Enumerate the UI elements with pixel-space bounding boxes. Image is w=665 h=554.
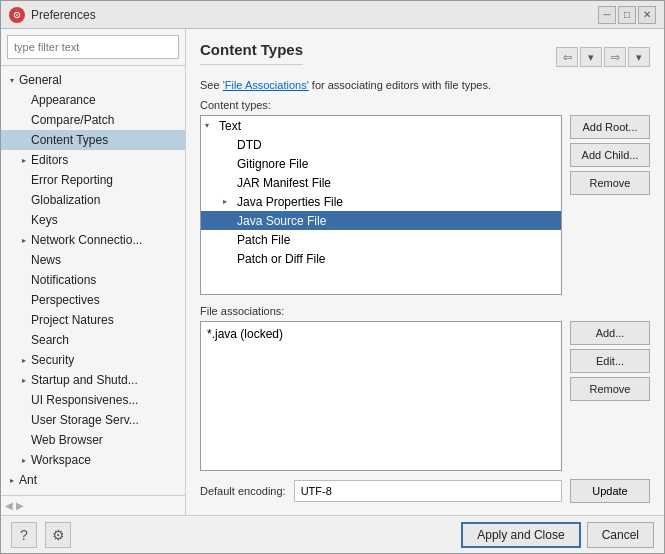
ct-patch-diff-label: Patch or Diff File — [237, 252, 325, 266]
sidebar-item-keys[interactable]: Keys — [1, 210, 185, 230]
bottom-right-actions: Apply and Close Cancel — [461, 522, 654, 548]
workspace-label: Workspace — [31, 453, 91, 467]
sidebar-item-editors[interactable]: Editors — [1, 150, 185, 170]
appearance-label: Appearance — [31, 93, 96, 107]
ui-label: UI Responsivenes... — [31, 393, 138, 407]
encoding-row: Default encoding: Update — [200, 479, 650, 503]
file-associations-link[interactable]: 'File Associations' — [223, 79, 309, 91]
sidebar-item-news[interactable]: News — [1, 250, 185, 270]
maximize-button[interactable]: □ — [618, 6, 636, 24]
desc-after: for associating editors with file types. — [309, 79, 491, 91]
project-natures-label: Project Natures — [31, 313, 114, 327]
help-button[interactable]: ? — [11, 522, 37, 548]
description: See 'File Associations' for associating … — [200, 79, 650, 91]
ct-item-gitignore[interactable]: Gitignore File — [201, 154, 561, 173]
sidebar-item-perspectives[interactable]: Perspectives — [1, 290, 185, 310]
sidebar-item-error-reporting[interactable]: Error Reporting — [1, 170, 185, 190]
file-assoc-area: *.java (locked) Add... Edit... Remove — [200, 321, 650, 471]
sidebar-item-general[interactable]: General — [1, 70, 185, 90]
user-storage-label: User Storage Serv... — [31, 413, 139, 427]
network-arrow — [17, 236, 31, 245]
error-reporting-label: Error Reporting — [31, 173, 113, 187]
bottom-bar: ? ⚙ Apply and Close Cancel — [1, 515, 664, 553]
general-arrow — [5, 76, 19, 85]
sidebar-item-network[interactable]: Network Connectio... — [1, 230, 185, 250]
close-button[interactable]: ✕ — [638, 6, 656, 24]
encoding-input[interactable] — [294, 480, 562, 502]
web-browser-label: Web Browser — [31, 433, 103, 447]
update-button[interactable]: Update — [570, 479, 650, 503]
assoc-java-item[interactable]: *.java (locked) — [205, 326, 557, 342]
forward-button[interactable]: ⇨ — [604, 47, 626, 67]
startup-label: Startup and Shutd... — [31, 373, 138, 387]
window-icon: ⊙ — [9, 7, 25, 23]
apply-close-button[interactable]: Apply and Close — [461, 522, 580, 548]
sidebar-item-ant[interactable]: Ant — [1, 470, 185, 490]
security-label: Security — [31, 353, 74, 367]
ct-item-dtd[interactable]: DTD — [201, 135, 561, 154]
ct-item-patch-diff[interactable]: Patch or Diff File — [201, 249, 561, 268]
sidebar-bottom: ◀ ▶ — [1, 495, 185, 515]
sidebar-item-security[interactable]: Security — [1, 350, 185, 370]
java-properties-arrow — [223, 197, 237, 206]
search-label: Search — [31, 333, 69, 347]
content-types-section-label: Content types: — [200, 99, 650, 111]
edit-assoc-button[interactable]: Edit... — [570, 349, 650, 373]
sidebar-item-notifications[interactable]: Notifications — [1, 270, 185, 290]
ct-item-patch-file[interactable]: Patch File — [201, 230, 561, 249]
ct-item-jar-manifest[interactable]: JAR Manifest File — [201, 173, 561, 192]
keys-label: Keys — [31, 213, 58, 227]
sidebar-item-workspace[interactable]: Workspace — [1, 450, 185, 470]
sidebar-item-project-natures[interactable]: Project Natures — [1, 310, 185, 330]
add-assoc-button[interactable]: Add... — [570, 321, 650, 345]
minimize-button[interactable]: ─ — [598, 6, 616, 24]
filter-input[interactable] — [7, 35, 179, 59]
file-assoc-box[interactable]: *.java (locked) — [200, 321, 562, 471]
nav-buttons: ⇦ ▾ ⇨ ▾ — [556, 47, 650, 67]
content-types-label: Content Types — [31, 133, 108, 147]
ct-patch-file-label: Patch File — [237, 233, 290, 247]
nav-dropdown[interactable]: ▾ — [580, 47, 602, 67]
sidebar-item-compare-patch[interactable]: Compare/Patch — [1, 110, 185, 130]
workspace-arrow — [17, 456, 31, 465]
sidebar-item-web-browser[interactable]: Web Browser — [1, 430, 185, 450]
main-panel: Content Types ⇦ ▾ ⇨ ▾ See 'File Associat… — [186, 29, 664, 515]
window-title: Preferences — [31, 8, 96, 22]
titlebar-left: ⊙ Preferences — [9, 7, 96, 23]
ct-dtd-label: DTD — [237, 138, 262, 152]
ct-item-java-properties[interactable]: Java Properties File — [201, 192, 561, 211]
filter-box — [1, 29, 185, 66]
news-label: News — [31, 253, 61, 267]
remove-assoc-button[interactable]: Remove — [570, 377, 650, 401]
titlebar: ⊙ Preferences ─ □ ✕ — [1, 1, 664, 29]
sidebar-tree: General Appearance Compare/Patch Content… — [1, 66, 185, 495]
sidebar-item-search[interactable]: Search — [1, 330, 185, 350]
add-root-button[interactable]: Add Root... — [570, 115, 650, 139]
ct-text-label: Text — [219, 119, 241, 133]
sidebar-item-startup[interactable]: Startup and Shutd... — [1, 370, 185, 390]
compare-patch-label: Compare/Patch — [31, 113, 114, 127]
panel-header-row: Content Types ⇦ ▾ ⇨ ▾ — [200, 41, 650, 73]
back-button[interactable]: ⇦ — [556, 47, 578, 67]
ct-item-java-source[interactable]: Java Source File — [201, 211, 561, 230]
ct-jar-manifest-label: JAR Manifest File — [237, 176, 331, 190]
sidebar-item-ui-responsiveness[interactable]: UI Responsivenes... — [1, 390, 185, 410]
add-child-button[interactable]: Add Child... — [570, 143, 650, 167]
text-expand-icon — [205, 121, 219, 130]
sidebar-item-content-types[interactable]: Content Types — [1, 130, 185, 150]
forward-dropdown[interactable]: ▾ — [628, 47, 650, 67]
ct-java-source-label: Java Source File — [237, 214, 326, 228]
file-assoc-section-label: File associations: — [200, 305, 650, 317]
cancel-button[interactable]: Cancel — [587, 522, 654, 548]
ct-java-properties-label: Java Properties File — [237, 195, 343, 209]
ct-item-text[interactable]: Text — [201, 116, 561, 135]
sidebar-item-globalization[interactable]: Globalization — [1, 190, 185, 210]
assoc-buttons: Add... Edit... Remove — [570, 321, 650, 471]
network-label: Network Connectio... — [31, 233, 142, 247]
sidebar-item-appearance[interactable]: Appearance — [1, 90, 185, 110]
remove-types-button[interactable]: Remove — [570, 171, 650, 195]
sidebar-item-user-storage[interactable]: User Storage Serv... — [1, 410, 185, 430]
preferences-button[interactable]: ⚙ — [45, 522, 71, 548]
content-types-tree[interactable]: Text DTD Gitignore File JAR Manifest Fil… — [200, 115, 562, 295]
desc-before: See — [200, 79, 223, 91]
